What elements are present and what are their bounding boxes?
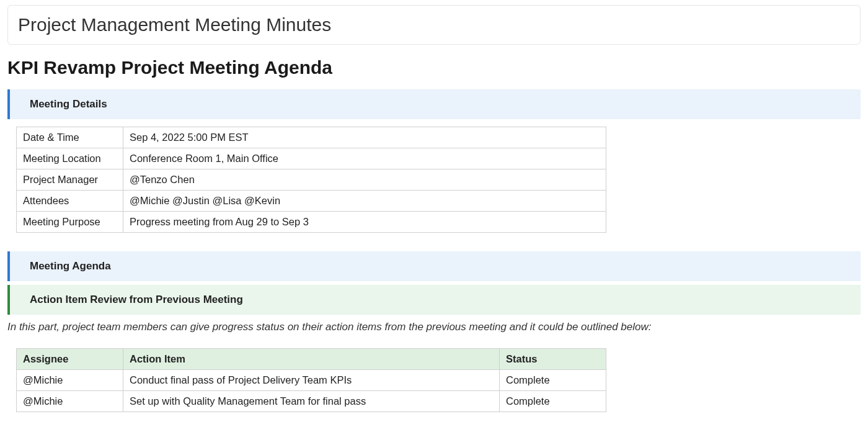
action-status: Complete [500,391,606,412]
section-meeting-details: Meeting Details [7,89,861,119]
detail-value: Progress meeting from Aug 29 to Sep 3 [123,212,606,233]
table-row: @Michie Conduct final pass of Project De… [17,370,606,391]
detail-label: Project Manager [17,169,123,191]
section-meeting-agenda-label: Meeting Agenda [30,260,111,272]
detail-label: Meeting Purpose [17,212,123,233]
detail-value: @Michie @Justin @Lisa @Kevin [123,191,606,212]
detail-value: Conference Room 1, Main Office [123,148,606,169]
document-title: Project Management Meeting Minutes [18,14,850,35]
detail-label: Meeting Location [17,148,123,169]
detail-value: @Tenzo Chen [123,169,606,191]
detail-value: Sep 4, 2022 5:00 PM EST [123,127,606,148]
section-action-item-review-label: Action Item Review from Previous Meeting [30,294,243,306]
section-meeting-details-label: Meeting Details [30,98,107,110]
action-status: Complete [500,370,606,391]
col-assignee: Assignee [17,349,123,370]
title-card: Project Management Meeting Minutes [7,5,861,45]
table-row: @Michie Set up with Quality Management T… [17,391,606,412]
page-heading: KPI Revamp Project Meeting Agenda [7,57,861,78]
table-header-row: Assignee Action Item Status [17,349,606,370]
table-row: Meeting Purpose Progress meeting from Au… [17,212,606,233]
table-row: Meeting Location Conference Room 1, Main… [17,148,606,169]
action-items-table: Assignee Action Item Status @Michie Cond… [16,348,606,412]
col-status: Status [500,349,606,370]
table-row: Project Manager @Tenzo Chen [17,169,606,191]
action-assignee: @Michie [17,391,123,412]
action-item: Conduct final pass of Project Delivery T… [123,370,500,391]
table-row: Date & Time Sep 4, 2022 5:00 PM EST [17,127,606,148]
section-action-item-review: Action Item Review from Previous Meeting [7,285,861,315]
detail-label: Attendees [17,191,123,212]
section-meeting-agenda: Meeting Agenda [7,251,861,281]
action-item: Set up with Quality Management Team for … [123,391,500,412]
detail-label: Date & Time [17,127,123,148]
action-item-note: In this part, project team members can g… [7,321,861,333]
meeting-details-table: Date & Time Sep 4, 2022 5:00 PM EST Meet… [16,127,606,233]
action-assignee: @Michie [17,370,123,391]
col-action-item: Action Item [123,349,500,370]
table-row: Attendees @Michie @Justin @Lisa @Kevin [17,191,606,212]
